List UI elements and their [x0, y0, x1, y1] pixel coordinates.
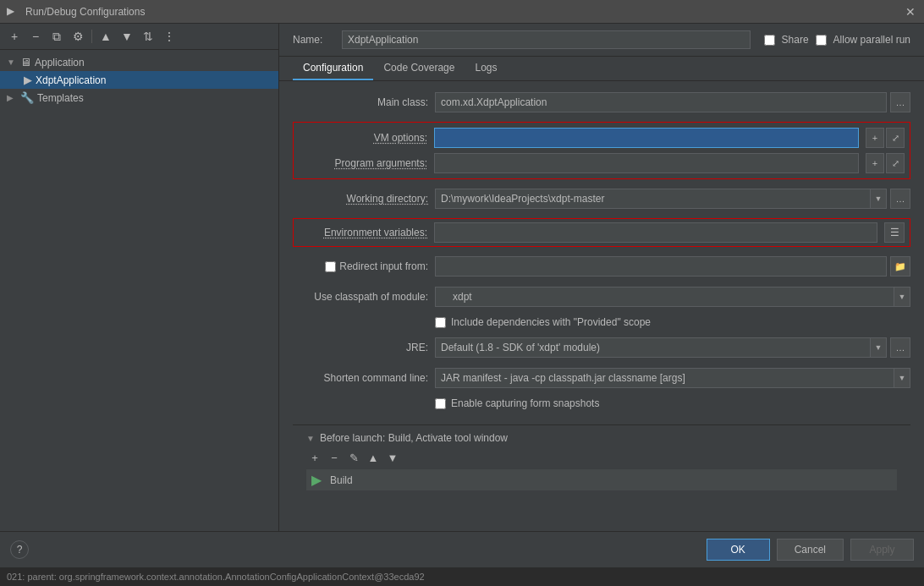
tab-configuration[interactable]: Configuration — [293, 57, 373, 80]
vm-fullscreen-button[interactable]: ⤢ — [886, 128, 905, 148]
redirect-control: 📁 — [435, 256, 910, 277]
build-label: Build — [330, 474, 353, 486]
bl-edit-button[interactable]: ✎ — [345, 449, 362, 466]
templates-label: Templates — [37, 92, 84, 104]
console-bar: 021: parent: org.springframework.context… — [0, 567, 924, 586]
console-text: 021: parent: org.springframework.context… — [7, 572, 425, 582]
redirect-checkbox[interactable] — [325, 261, 336, 272]
redirect-row: Redirect input from: 📁 — [293, 255, 910, 277]
application-label: Application — [35, 57, 85, 68]
capture-checkbox[interactable] — [435, 398, 446, 409]
include-dep-checkbox[interactable] — [435, 317, 446, 328]
expand-icon: ▼ — [7, 58, 17, 67]
redirect-label: Redirect input from: — [339, 260, 428, 272]
vm-options-input[interactable] — [434, 128, 859, 148]
working-dir-control: ▼ … — [435, 189, 910, 209]
module-dropdown[interactable]: ▼ — [894, 287, 910, 307]
redirect-checkbox-group: Redirect input from: — [293, 260, 428, 272]
env-vars-input[interactable] — [434, 222, 877, 243]
main-class-input[interactable] — [435, 92, 887, 112]
before-launch-expand[interactable]: ▼ — [306, 434, 315, 443]
name-input[interactable] — [342, 30, 751, 49]
sort-button[interactable]: ⇅ — [139, 27, 157, 46]
working-dir-dropdown[interactable]: ▼ — [870, 189, 887, 209]
shorten-cmd-input[interactable] — [435, 368, 894, 388]
templates-icon: 🔧 — [20, 91, 34, 104]
module-combo: ▼ — [435, 287, 910, 307]
shorten-cmd-combo: ▼ — [435, 368, 910, 388]
include-dep-label: Include dependencies with "Provided" sco… — [451, 316, 651, 328]
copy-config-button[interactable]: ⧉ — [47, 27, 66, 46]
main-class-control: … — [435, 92, 910, 112]
tab-code-coverage[interactable]: Code Coverage — [373, 57, 465, 80]
share-row: Share Allow parallel run — [764, 34, 910, 46]
bl-add-button[interactable]: + — [306, 449, 323, 466]
jre-label: JRE: — [293, 342, 428, 353]
program-args-input[interactable] — [434, 153, 859, 173]
add-config-button[interactable]: + — [5, 27, 24, 46]
args-fullscreen-button[interactable]: ⤢ — [886, 153, 905, 173]
more-button[interactable]: ⋮ — [160, 27, 179, 46]
build-item[interactable]: ▶ Build — [306, 469, 897, 490]
jre-input[interactable] — [435, 337, 870, 358]
toolbar-separator — [91, 30, 92, 43]
bl-remove-button[interactable]: − — [326, 449, 343, 466]
move-up-button[interactable]: ▲ — [96, 27, 115, 46]
working-dir-combo: ▼ — [435, 189, 887, 209]
right-panel: Name: Share Allow parallel run Configura… — [279, 24, 924, 531]
bl-up-button[interactable]: ▲ — [365, 449, 382, 466]
vm-options-row: VM options: + ⤢ — [299, 128, 905, 148]
bl-down-button[interactable]: ▼ — [384, 449, 401, 466]
tab-logs[interactable]: Logs — [465, 57, 507, 80]
cancel-button[interactable]: Cancel — [777, 539, 844, 561]
before-launch-header: ▼ Before launch: Build, Activate tool wi… — [306, 432, 897, 444]
shorten-cmd-control: ▼ — [435, 368, 910, 388]
program-args-buttons: + ⤢ — [866, 153, 905, 173]
module-classpath-control: ▼ — [435, 287, 910, 307]
args-expand-button[interactable]: + — [866, 153, 884, 173]
main-class-row: Main class: … — [293, 91, 910, 113]
capture-label: Enable capturing form snapshots — [451, 397, 599, 409]
env-vars-edit-button[interactable]: ☰ — [884, 222, 905, 243]
vm-options-block: VM options: + ⤢ Program arguments: + ⤢ — [293, 122, 910, 179]
close-button[interactable]: ✕ — [904, 5, 917, 19]
program-args-label: Program arguments: — [299, 157, 427, 169]
main-class-browse-button[interactable]: … — [890, 92, 910, 112]
shorten-cmd-dropdown[interactable]: ▼ — [894, 368, 910, 388]
jre-dropdown[interactable]: ▼ — [870, 337, 887, 358]
main-class-label: Main class: — [293, 96, 428, 108]
redirect-input[interactable] — [435, 256, 887, 277]
action-buttons: OK Cancel Apply — [707, 539, 914, 561]
share-checkbox[interactable] — [764, 35, 775, 46]
tree-item-xdpt[interactable]: ▶ XdptApplication — [0, 71, 278, 89]
module-input[interactable] — [435, 287, 894, 307]
help-button[interactable]: ? — [10, 540, 29, 559]
shorten-cmd-label: Shorten command line: — [293, 372, 428, 384]
jre-browse-button[interactable]: … — [890, 337, 910, 358]
share-label: Share — [782, 34, 809, 46]
left-toolbar: + − ⧉ ⚙ ▲ ▼ ⇅ ⋮ — [0, 24, 278, 50]
move-down-button[interactable]: ▼ — [118, 27, 136, 46]
before-launch-toolbar: + − ✎ ▲ ▼ — [306, 449, 897, 466]
vm-expand-button[interactable]: + — [866, 128, 884, 148]
bottom-bar: ? OK Cancel Apply — [0, 531, 924, 567]
main-content: + − ⧉ ⚙ ▲ ▼ ⇅ ⋮ ▼ 🖥 Application — [0, 24, 924, 531]
remove-config-button[interactable]: − — [26, 27, 45, 46]
module-classpath-row: Use classpath of module: ▼ — [293, 286, 910, 308]
name-row: Name: Share Allow parallel run — [279, 24, 924, 57]
allow-parallel-checkbox[interactable] — [816, 35, 827, 46]
templates-expand-icon: ▶ — [7, 93, 17, 102]
tree-item-application[interactable]: ▼ 🖥 Application — [0, 53, 278, 71]
settings-button[interactable]: ⚙ — [69, 27, 87, 46]
env-vars-label: Environment variables: — [299, 227, 427, 238]
jre-control: ▼ … — [435, 337, 910, 358]
working-dir-input[interactable] — [435, 189, 870, 209]
redirect-browse-button[interactable]: 📁 — [890, 256, 910, 277]
tree-item-templates[interactable]: ▶ 🔧 Templates — [0, 89, 278, 107]
apply-button[interactable]: Apply — [850, 539, 914, 561]
application-icon: 🖥 — [20, 56, 31, 68]
working-dir-browse-button[interactable]: … — [890, 189, 910, 209]
allow-parallel-label: Allow parallel run — [833, 34, 910, 46]
ok-button[interactable]: OK — [707, 539, 770, 561]
dialog-title: Run/Debug Configurations — [25, 6, 899, 18]
